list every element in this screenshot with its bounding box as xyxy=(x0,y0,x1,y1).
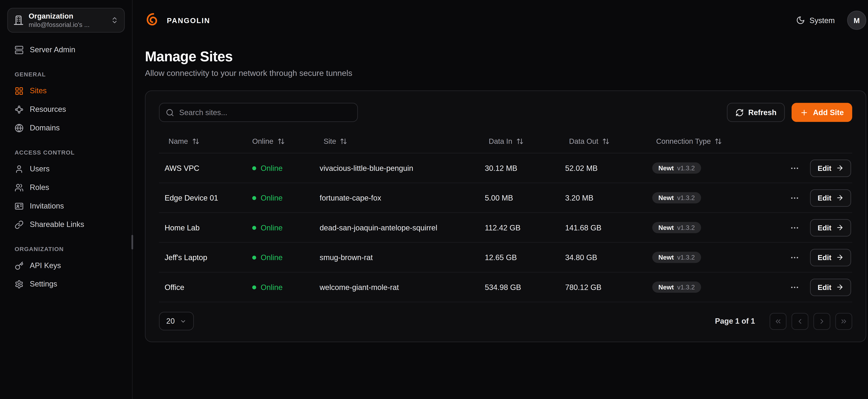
last-page-button[interactable] xyxy=(835,313,852,330)
row-menu-button[interactable] xyxy=(788,191,802,205)
page-size-value: 20 xyxy=(166,317,175,326)
ellipsis-icon xyxy=(790,253,800,262)
connection-type-cell: Newtv1.3.2 xyxy=(647,281,783,293)
search-icon xyxy=(166,108,174,117)
connection-type-badge: Newtv1.3.2 xyxy=(652,252,701,263)
online-status-dot xyxy=(252,225,256,229)
data-out: 52.02 MB xyxy=(559,164,647,172)
data-in: 534.98 GB xyxy=(479,283,559,291)
pagination: Page 1 of 1 xyxy=(715,313,852,330)
waypoints-icon xyxy=(14,105,24,114)
org-selector-text: Organization milo@fossorial.io's ... xyxy=(29,12,105,29)
globe-icon xyxy=(14,123,24,132)
connection-type-cell: Newtv1.3.2 xyxy=(647,192,783,204)
row-menu-button[interactable] xyxy=(788,250,802,265)
brand-name: PANGOLIN xyxy=(167,16,210,25)
theme-selector[interactable]: System xyxy=(796,16,835,25)
sort-icon xyxy=(277,138,284,145)
column-header-data-in[interactable]: Data In xyxy=(479,137,559,146)
connection-type-cell: Newtv1.3.2 xyxy=(647,252,783,263)
page-size-select[interactable]: 20 xyxy=(159,312,194,330)
column-header-online[interactable]: Online xyxy=(247,137,314,146)
column-header-connection-type[interactable]: Connection Type xyxy=(647,137,783,146)
row-actions: Edit xyxy=(783,159,852,177)
previous-page-button[interactable] xyxy=(792,313,808,330)
site-tunnel-id: fortunate-cape-fox xyxy=(314,193,479,202)
link-icon xyxy=(14,220,24,229)
sort-icon xyxy=(715,138,722,145)
data-out: 141.68 GB xyxy=(559,223,647,232)
site-tunnel-id: dead-san-joaquin-antelope-squirrel xyxy=(314,223,479,232)
site-name: Office xyxy=(159,283,247,291)
site-tunnel-id: welcome-giant-mole-rat xyxy=(314,283,479,291)
edit-button[interactable]: Edit xyxy=(810,249,851,266)
connection-type-badge: Newtv1.3.2 xyxy=(652,192,701,204)
edit-button[interactable]: Edit xyxy=(810,159,851,177)
page-subtitle: Allow connectivity to your network throu… xyxy=(145,69,868,78)
row-menu-button[interactable] xyxy=(788,280,802,294)
row-actions: Edit xyxy=(783,278,852,296)
sort-icon xyxy=(602,138,610,145)
site-name: Edge Device 01 xyxy=(159,193,247,202)
online-status-dot xyxy=(252,166,256,170)
table-header-row: Name Online Site Data In xyxy=(159,130,852,153)
table-row: Home Lab Online dead-san-joaquin-antelop… xyxy=(159,213,852,243)
add-site-label: Add Site xyxy=(813,108,844,117)
edit-button[interactable]: Edit xyxy=(810,278,851,296)
arrow-right-icon xyxy=(836,283,844,291)
sidebar-item-api-keys[interactable]: API Keys xyxy=(7,256,125,275)
sidebar-item-label: Roles xyxy=(30,183,49,192)
row-actions: Edit xyxy=(783,189,852,207)
connection-type-badge: Newtv1.3.2 xyxy=(652,162,701,174)
site-tunnel-id: smug-brown-rat xyxy=(314,253,479,262)
page-header: Manage Sites Allow connectivity to your … xyxy=(133,40,868,78)
sidebar-item-domains[interactable]: Domains xyxy=(7,119,125,137)
sidebar-item-resources[interactable]: Resources xyxy=(7,100,125,119)
refresh-button[interactable]: Refresh xyxy=(727,103,785,122)
sidebar: Organization milo@fossorial.io's ... Ser… xyxy=(0,0,133,399)
connection-type-badge: Newtv1.3.2 xyxy=(652,281,701,293)
sidebar-item-roles[interactable]: Roles xyxy=(7,178,125,197)
user-avatar[interactable]: M xyxy=(847,10,866,30)
column-header-data-out[interactable]: Data Out xyxy=(559,137,647,146)
column-header-site[interactable]: Site xyxy=(314,137,479,146)
table-row: Office Online welcome-giant-mole-rat 534… xyxy=(159,272,852,302)
sidebar-item-users[interactable]: Users xyxy=(7,159,125,178)
column-header-name[interactable]: Name xyxy=(159,137,247,146)
sidebar-item-label: Resources xyxy=(30,105,66,114)
next-page-button[interactable] xyxy=(813,313,830,330)
org-subtitle: milo@fossorial.io's ... xyxy=(29,21,105,29)
row-actions: Edit xyxy=(783,249,852,266)
arrow-right-icon xyxy=(836,194,844,202)
online-status-dot xyxy=(252,255,256,259)
add-site-button[interactable]: Add Site xyxy=(792,103,852,122)
search-box xyxy=(159,103,358,122)
first-page-button[interactable] xyxy=(770,313,786,330)
edit-button[interactable]: Edit xyxy=(810,189,851,207)
sidebar-item-invitations[interactable]: Invitations xyxy=(7,197,125,215)
online-status: Online xyxy=(247,193,314,202)
row-menu-button[interactable] xyxy=(788,220,802,235)
sidebar-item-shareable-links[interactable]: Shareable Links xyxy=(7,215,125,234)
search-input[interactable] xyxy=(179,108,351,117)
sidebar-item-label: Invitations xyxy=(30,202,64,210)
row-menu-button[interactable] xyxy=(788,161,802,175)
sites-grid-icon xyxy=(14,86,24,95)
id-card-icon xyxy=(14,202,24,210)
org-selector[interactable]: Organization milo@fossorial.io's ... xyxy=(7,8,125,32)
sidebar-scrollbar-thumb[interactable] xyxy=(131,235,133,249)
brand: PANGOLIN xyxy=(145,12,210,29)
online-status-dot xyxy=(252,196,256,200)
sidebar-item-server-admin[interactable]: Server Admin xyxy=(7,40,125,59)
sidebar-item-label: Settings xyxy=(30,280,57,288)
site-name: AWS VPC xyxy=(159,164,247,172)
sidebar-item-settings[interactable]: Settings xyxy=(7,275,125,293)
sidebar-item-sites[interactable]: Sites xyxy=(7,82,125,100)
connection-type-badge: Newtv1.3.2 xyxy=(652,222,701,233)
edit-button[interactable]: Edit xyxy=(810,219,851,236)
plus-icon xyxy=(800,108,809,117)
theme-label: System xyxy=(809,16,835,25)
table-footer: 20 Page 1 of 1 xyxy=(159,312,852,330)
arrow-right-icon xyxy=(836,164,844,172)
data-out: 3.20 MB xyxy=(559,193,647,202)
